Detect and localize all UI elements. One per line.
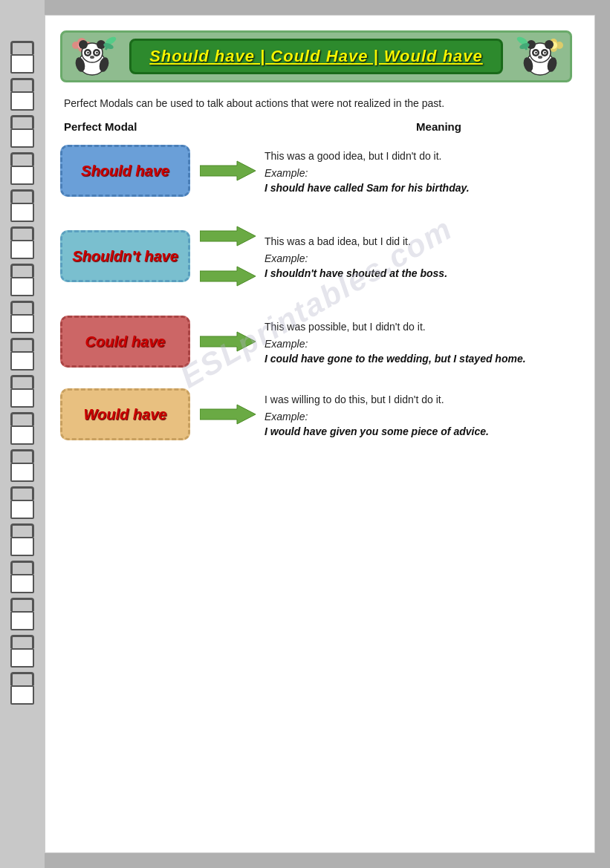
spiral-box: [10, 54, 34, 74]
spiral-item: [8, 78, 36, 111]
meaning-text-could-have: This was possible, but I didn't do it.: [265, 319, 572, 335]
meaning-block-would-have: I was willing to do this, but I didn't d…: [265, 392, 572, 437]
panda-left-icon: [66, 34, 118, 79]
header-banner: Should have | Could Have | Would have: [60, 30, 572, 82]
spiral-item: [8, 598, 36, 630]
spiral-item: [8, 523, 36, 556]
modal-badge-would-have: Would have: [60, 388, 190, 440]
spiral-coil: [10, 264, 34, 277]
example-sentence-shouldnt-have: I shouldn't have shouted at the boss.: [265, 267, 572, 279]
spiral-box: [10, 91, 34, 111]
svg-point-29: [545, 40, 554, 49]
spiral-box: [10, 500, 34, 519]
svg-point-34: [535, 52, 536, 53]
spiral-binding: [0, 0, 45, 868]
spiral-box: [10, 166, 34, 185]
svg-point-36: [538, 56, 542, 59]
spiral-item: [8, 301, 36, 333]
spiral-box: [10, 611, 34, 630]
spiral-item: [8, 264, 36, 296]
svg-point-14: [96, 52, 97, 53]
svg-marker-45: [200, 332, 256, 351]
modal-badge-shouldnt-have: Shouldn't have: [60, 230, 190, 282]
example-sentence-could-have: I could have gone to the wedding, but I …: [265, 353, 572, 365]
spiral-coil: [10, 115, 34, 128]
modal-row-should-have: Should have This was a good idea, but I …: [60, 145, 572, 197]
spiral-item: [8, 635, 36, 668]
main-content: Should have | Could Have | Would have: [45, 15, 595, 853]
spiral-box: [10, 648, 34, 668]
spiral-coil: [10, 338, 34, 351]
column-headers: Perfect Modal Meaning: [60, 120, 572, 133]
spiral-item: [8, 561, 36, 593]
spiral-coil: [10, 226, 34, 240]
arrow-icon: [200, 396, 256, 433]
spiral-coil: [10, 41, 34, 54]
spiral-coil: [10, 598, 34, 611]
svg-point-35: [544, 52, 545, 53]
spiral-box: [10, 685, 34, 705]
spiral-item: [8, 115, 36, 148]
svg-marker-42: [200, 161, 256, 180]
intro-paragraph: Perfect Modals can be used to talk about…: [60, 96, 572, 111]
arrow-icon: [200, 323, 256, 360]
spiral-box: [10, 537, 34, 556]
modal-row-could-have: Could have This was possible, but I didn…: [60, 316, 572, 368]
modal-badge-should-have: Should have: [60, 145, 190, 197]
header-title-box: Should have | Could Have | Would have: [129, 39, 503, 74]
spiral-coil: [10, 375, 34, 388]
spiral-coil: [10, 635, 34, 648]
spiral-item: [8, 226, 36, 259]
spiral-coil: [10, 189, 34, 203]
header-title: Should have | Could Have | Would have: [149, 47, 483, 65]
arrow-could-have: [198, 323, 257, 360]
svg-marker-43: [200, 226, 256, 246]
spiral-item: [8, 672, 36, 705]
example-label-would-have: Example:: [265, 411, 572, 422]
spiral-box: [10, 351, 34, 371]
spiral-box: [10, 314, 34, 333]
panda-right-icon: [514, 34, 566, 79]
spiral-coil: [10, 561, 34, 574]
spiral-coil: [10, 412, 34, 425]
arrow-icon: [200, 258, 256, 295]
spiral-box: [10, 388, 34, 408]
spiral-item: [8, 338, 36, 371]
spiral-item: [8, 486, 36, 519]
spiral-coil: [10, 78, 34, 91]
spiral-item: [8, 41, 36, 74]
spiral-box: [10, 128, 34, 148]
meaning-text-shouldnt-have: This was a bad idea, but I did it.: [265, 234, 572, 249]
example-label-could-have: Example:: [265, 338, 572, 350]
svg-marker-44: [200, 267, 256, 286]
modal-row-shouldnt-have: Shouldn't have This was a bad idea, but …: [60, 218, 572, 295]
spiral-coil: [10, 523, 34, 537]
spiral-coil: [10, 301, 34, 314]
spiral-box: [10, 425, 34, 445]
modal-badge-could-have: Could have: [60, 316, 190, 368]
svg-marker-46: [200, 405, 256, 424]
arrow-icon: [200, 218, 256, 255]
example-sentence-should-have: I should have called Sam for his birthda…: [265, 182, 572, 194]
meaning-text-should-have: This was a good idea, but I didn't do it…: [265, 149, 572, 164]
spiral-box: [10, 463, 34, 482]
spiral-item: [8, 412, 36, 445]
modal-rows-container: ESLprintables.com Should have This was a…: [60, 145, 572, 461]
spiral-coil: [10, 152, 34, 166]
arrow-shouldnt-have: [198, 218, 257, 295]
arrow-icon: [200, 152, 256, 189]
page: Should have | Could Have | Would have: [0, 0, 610, 868]
modal-row-would-have: Would have I was willing to do this, but…: [60, 388, 572, 440]
arrow-should-have: [198, 152, 257, 189]
spiral-box: [10, 277, 34, 296]
spiral-box: [10, 240, 34, 259]
arrow-would-have: [198, 396, 257, 433]
meaning-block-shouldnt-have: This was a bad idea, but I did it.Exampl…: [265, 234, 572, 279]
spiral-coil: [10, 672, 34, 685]
meaning-block-could-have: This was possible, but I didn't do it.Ex…: [265, 319, 572, 365]
svg-point-15: [90, 56, 94, 59]
example-sentence-would-have: I would have given you some piece of adv…: [265, 425, 572, 437]
spiral-box: [10, 574, 34, 593]
spiral-coil: [10, 449, 34, 463]
spiral-box: [10, 203, 34, 222]
